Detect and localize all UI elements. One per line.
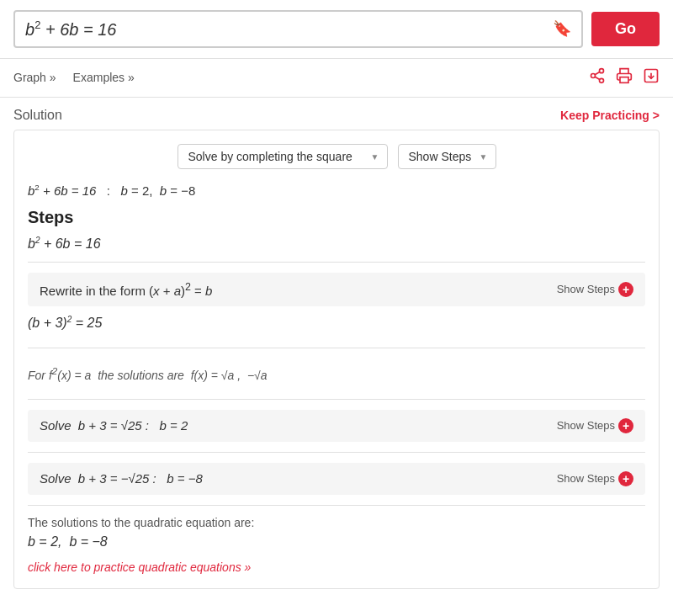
step3-block: Solve b + 3 = −√25 : b = −8 Show Steps + bbox=[28, 463, 645, 495]
svg-line-4 bbox=[595, 72, 600, 74]
step1-show-steps[interactable]: Show Steps + bbox=[557, 282, 633, 297]
top-bar: b2 + 6b = 16 🔖 Go bbox=[0, 0, 673, 59]
svg-point-0 bbox=[600, 68, 604, 72]
step2-plus-icon: + bbox=[618, 418, 633, 433]
keep-practicing-link[interactable]: Keep Practicing > bbox=[560, 109, 660, 122]
steps-select[interactable]: Show Steps Hide Steps bbox=[398, 144, 496, 169]
initial-equation: b2 + 6b = 16 bbox=[28, 236, 645, 252]
svg-point-1 bbox=[591, 73, 596, 77]
go-button[interactable]: Go bbox=[591, 12, 660, 46]
nav-links: Graph » Examples » bbox=[13, 71, 589, 84]
divider-3 bbox=[28, 399, 645, 400]
step1-show-steps-label: Show Steps bbox=[557, 283, 615, 295]
step2-block: Solve b + 3 = √25 : b = 2 Show Steps + bbox=[28, 410, 645, 442]
share-icon[interactable] bbox=[589, 67, 606, 88]
step3-text: Solve b + 3 = −√25 : b = −8 bbox=[40, 471, 203, 486]
method-row: Solve by completing the square Solve usi… bbox=[28, 144, 645, 169]
step3-show-steps[interactable]: Show Steps + bbox=[557, 471, 633, 486]
content-area: Solve by completing the square Solve usi… bbox=[13, 130, 660, 589]
solution-header: Solution Keep Practicing > bbox=[0, 98, 673, 130]
method-select[interactable]: Solve by completing the square Solve usi… bbox=[178, 144, 388, 169]
step1-result: (b + 3)2 = 25 bbox=[28, 308, 645, 337]
solution-title: Solution bbox=[13, 108, 62, 123]
result-answer: b = 2, b = −8 bbox=[121, 183, 196, 198]
equation-display: b2 + 6b = 16 bbox=[25, 19, 546, 40]
examples-link[interactable]: Examples » bbox=[73, 71, 135, 84]
result-line: b2 + 6b = 16 : b = 2, b = −8 bbox=[28, 183, 645, 198]
svg-line-3 bbox=[595, 77, 600, 79]
print-icon[interactable] bbox=[616, 67, 633, 88]
divider-5 bbox=[28, 505, 645, 506]
final-answer: b = 2, b = −8 bbox=[28, 534, 645, 550]
steps-select-wrapper[interactable]: Show Steps Hide Steps bbox=[398, 144, 496, 169]
graph-link[interactable]: Graph » bbox=[13, 71, 56, 84]
step2-text: Solve b + 3 = √25 : b = 2 bbox=[40, 418, 188, 433]
svg-rect-5 bbox=[620, 77, 628, 82]
divider-2 bbox=[28, 348, 645, 348]
step2-show-steps-label: Show Steps bbox=[557, 419, 615, 432]
result-equation: b2 + 6b = 16 bbox=[28, 183, 100, 198]
nav-icons bbox=[589, 67, 660, 88]
practice-link[interactable]: click here to practice quadratic equatio… bbox=[28, 560, 251, 574]
step3-show-steps-label: Show Steps bbox=[557, 472, 615, 485]
method-select-wrapper[interactable]: Solve by completing the square Solve usi… bbox=[178, 144, 388, 169]
nav-bar: Graph » Examples » bbox=[0, 59, 673, 98]
step3-plus-icon: + bbox=[618, 471, 633, 486]
divider-1 bbox=[28, 262, 645, 263]
input-wrapper: b2 + 6b = 16 🔖 bbox=[13, 10, 583, 48]
step1-block: Rewrite in the form (x + a)2 = b Show St… bbox=[28, 273, 645, 306]
divider-4 bbox=[28, 452, 645, 453]
svg-point-2 bbox=[600, 78, 604, 82]
step2-show-steps[interactable]: Show Steps + bbox=[557, 418, 633, 433]
info-line: For f2(x) = a the solutions are f(x) = √… bbox=[28, 358, 645, 389]
conclusion-text: The solutions to the quadratic equation … bbox=[28, 516, 645, 529]
step1-plus-icon: + bbox=[618, 282, 633, 297]
bookmark-icon[interactable]: 🔖 bbox=[553, 19, 571, 38]
steps-heading: Steps bbox=[28, 208, 645, 227]
download-icon[interactable] bbox=[643, 67, 660, 88]
step1-text: Rewrite in the form (x + a)2 = b bbox=[40, 281, 212, 298]
